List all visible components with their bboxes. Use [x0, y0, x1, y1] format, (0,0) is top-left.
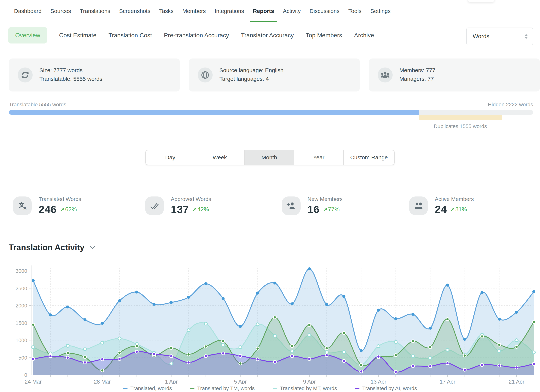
- legend-marker-icon: [273, 388, 277, 389]
- nav-item-sources[interactable]: Sources: [50, 0, 71, 22]
- range-tab-month[interactable]: Month: [245, 150, 294, 165]
- project-size-card: Size: 7777 words Translatable: 5555 word…: [9, 59, 180, 91]
- stat-label: Translated Words: [39, 196, 81, 202]
- tab-cost-estimate[interactable]: Cost Estimate: [59, 32, 96, 39]
- stat-delta: 42%: [193, 206, 209, 213]
- legend-item[interactable]: Translated, words: [123, 385, 172, 392]
- nav-item-tasks[interactable]: Tasks: [159, 0, 174, 22]
- range-tab-custom[interactable]: Custom Range: [344, 150, 394, 165]
- nav-item-settings[interactable]: Settings: [370, 0, 390, 22]
- svg-text:1500: 1500: [15, 320, 27, 326]
- hidden-words-label: Hidden 2222 words: [488, 102, 533, 108]
- select-arrows-icon: [525, 34, 528, 39]
- stat-value: 246: [39, 203, 57, 215]
- tab-translator-accuracy[interactable]: Translator Accuracy: [241, 32, 294, 39]
- members-card: Members: 777 Managers: 77: [369, 59, 540, 91]
- chevron-down-icon[interactable]: [90, 246, 95, 249]
- range-tab-year[interactable]: Year: [294, 150, 344, 165]
- svg-text:500: 500: [18, 355, 27, 361]
- translation-activity-chart[interactable]: 05001000150020002500300024 Mar28 Mar1 Ap…: [0, 260, 540, 392]
- up-arrow-icon: [450, 207, 455, 211]
- languages-card: Source language: English Target language…: [189, 59, 360, 91]
- svg-text:9 Apr: 9 Apr: [303, 379, 316, 384]
- legend-marker-icon: [355, 388, 360, 389]
- popup-remnant: [468, 0, 494, 2]
- nav-item-members[interactable]: Members: [182, 0, 206, 22]
- languages-line2: Target languages: 4: [219, 74, 284, 83]
- stat-delta: 81%: [450, 206, 467, 213]
- sync-icon: [18, 68, 33, 83]
- nav-item-tools[interactable]: Tools: [348, 0, 361, 22]
- legend-label: Translated by MT, words: [280, 385, 337, 392]
- languages-line1: Source language: English: [219, 66, 284, 74]
- double-check-icon: [145, 196, 164, 215]
- stat-value: 24: [435, 203, 447, 215]
- people-icon: [409, 196, 428, 215]
- stat-label: Approved Words: [171, 196, 211, 202]
- nav-item-activity[interactable]: Activity: [283, 0, 301, 22]
- svg-text:5 Apr: 5 Apr: [234, 379, 247, 384]
- unit-select[interactable]: Words: [466, 28, 533, 45]
- translate-icon: A: [13, 196, 32, 215]
- legend-item[interactable]: Translated by TM, words: [190, 385, 255, 392]
- svg-text:21 Apr: 21 Apr: [509, 379, 525, 384]
- members-text: Members: 777 Managers: 77: [399, 66, 435, 83]
- nav-item-integrations[interactable]: Integrations: [215, 0, 244, 22]
- svg-text:17 Apr: 17 Apr: [440, 379, 455, 384]
- svg-text:A: A: [23, 206, 27, 211]
- legend-item[interactable]: Translated by MT, words: [273, 385, 337, 392]
- range-tab-week[interactable]: Week: [195, 150, 245, 165]
- stat-value: 137: [171, 203, 189, 215]
- globe-icon: [198, 68, 213, 83]
- svg-text:3000: 3000: [15, 268, 27, 274]
- nav-item-dashboard[interactable]: Dashboard: [14, 0, 42, 22]
- up-arrow-icon: [60, 207, 65, 211]
- svg-text:13 Apr: 13 Apr: [370, 379, 386, 384]
- languages-text: Source language: English Target language…: [219, 66, 284, 83]
- up-arrow-icon: [323, 207, 327, 211]
- legend-marker-icon: [123, 388, 128, 389]
- translatable-words-label: Translatable 5555 words: [9, 102, 66, 108]
- tab-archive[interactable]: Archive: [354, 32, 374, 39]
- page-title: Translation Activity: [9, 243, 84, 252]
- legend-label: Translated by AI, words: [362, 385, 417, 392]
- legend-item[interactable]: Translated by AI, words: [355, 385, 417, 392]
- svg-text:2500: 2500: [15, 286, 27, 291]
- chart-canvas[interactable]: 05001000150020002500300024 Mar28 Mar1 Ap…: [0, 260, 540, 384]
- person-add-icon: [282, 196, 300, 215]
- nav-item-discussions[interactable]: Discussions: [310, 0, 340, 22]
- nav-item-translations[interactable]: Translations: [80, 0, 110, 22]
- stat-value: 16: [308, 203, 320, 215]
- date-range-tabs: Day Week Month Year Custom Range: [145, 150, 395, 165]
- reports-page: Dashboard Sources Translations Screensho…: [0, 0, 540, 392]
- svg-text:28 Mar: 28 Mar: [94, 379, 111, 384]
- svg-text:1 Apr: 1 Apr: [165, 379, 178, 384]
- tab-pretranslation-accuracy[interactable]: Pre-translation Accuracy: [164, 32, 229, 39]
- up-arrow-icon: [193, 207, 197, 211]
- members-line1: Members: 777: [399, 66, 435, 74]
- project-size-line2: Translatable: 5555 words: [39, 74, 102, 83]
- chart-legend: Translated, wordsTranslated by TM, words…: [0, 385, 540, 392]
- nav-item-reports[interactable]: Reports: [253, 0, 274, 22]
- duplicates-label: Duplicates 1555 words: [419, 123, 502, 129]
- svg-text:1000: 1000: [15, 337, 27, 343]
- svg-text:0: 0: [24, 372, 27, 378]
- tab-top-members[interactable]: Top Members: [306, 32, 342, 39]
- project-size-text: Size: 7777 words Translatable: 5555 word…: [39, 66, 102, 83]
- members-icon: [378, 68, 393, 83]
- translatable-progress-fill: [9, 110, 419, 115]
- tab-translation-cost[interactable]: Translation Cost: [109, 32, 152, 39]
- range-tab-day[interactable]: Day: [146, 150, 195, 165]
- legend-label: Translated, words: [130, 385, 172, 392]
- stat-delta: 62%: [60, 206, 77, 213]
- tab-overview[interactable]: Overview: [8, 27, 47, 44]
- words-progress-bar: [9, 110, 533, 115]
- project-size-line1: Size: 7777 words: [39, 66, 102, 74]
- stat-label: Active Members: [435, 196, 474, 202]
- nav-item-screenshots[interactable]: Screenshots: [119, 0, 150, 22]
- svg-text:2000: 2000: [15, 303, 27, 308]
- legend-marker-icon: [190, 388, 195, 389]
- reports-subnav: Overview Cost Estimate Translation Cost …: [0, 22, 540, 48]
- unit-select-value: Words: [473, 33, 489, 40]
- duplicates-bar: [419, 115, 502, 120]
